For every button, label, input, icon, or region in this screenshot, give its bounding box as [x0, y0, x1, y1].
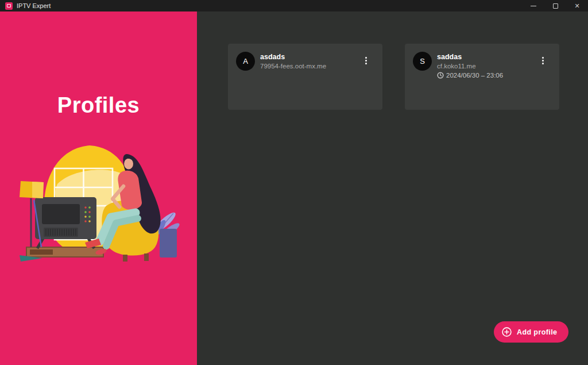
- profile-menu-button[interactable]: [540, 55, 546, 66]
- profile-card[interactable]: S saddas cf.koko11.me 2024/06/30 – 23:06: [405, 44, 559, 110]
- avatar: A: [236, 52, 255, 71]
- maximize-icon: [553, 3, 558, 9]
- profile-menu-button[interactable]: [363, 55, 369, 66]
- maximize-button[interactable]: [544, 0, 566, 11]
- profile-server: 79954-fees.oot-mx.me: [260, 63, 326, 70]
- add-profile-button[interactable]: Add profile: [494, 321, 568, 343]
- page-title: Profiles: [0, 93, 197, 118]
- main-content: A asdads 79954-fees.oot-mx.me S saddas c…: [197, 11, 588, 365]
- kebab-menu-icon: [542, 57, 544, 59]
- profile-info: saddas cf.koko11.me 2024/06/30 – 23:06: [437, 52, 503, 79]
- sidebar: Profiles: [0, 11, 197, 365]
- profile-info: asdads 79954-fees.oot-mx.me: [260, 52, 326, 70]
- titlebar: IPTV Expert ✕: [0, 0, 588, 11]
- profile-name: asdads: [260, 53, 326, 61]
- close-icon: ✕: [574, 3, 579, 9]
- woman-watching-tv-illustration: [10, 143, 183, 264]
- profile-name: saddas: [437, 53, 503, 61]
- profile-card[interactable]: A asdads 79954-fees.oot-mx.me: [228, 44, 382, 110]
- add-profile-label: Add profile: [517, 328, 557, 336]
- kebab-menu-icon: [365, 57, 367, 59]
- profile-card-header: A asdads 79954-fees.oot-mx.me: [236, 52, 374, 71]
- minimize-icon: [531, 6, 536, 6]
- profile-server: cf.koko11.me: [437, 63, 503, 70]
- minimize-button[interactable]: [523, 0, 544, 11]
- tv-glyph: [7, 4, 11, 7]
- profile-last-used: 2024/06/30 – 23:06: [437, 72, 503, 79]
- window-controls: ✕: [523, 0, 588, 11]
- profile-card-header: S saddas cf.koko11.me 2024/06/30 – 23:06: [413, 52, 551, 79]
- plus-circle-icon: [502, 327, 512, 337]
- avatar: S: [413, 52, 432, 71]
- app-logo-icon: [5, 2, 13, 10]
- window-title: IPTV Expert: [17, 0, 51, 11]
- clock-icon: [437, 72, 444, 79]
- last-used-text: 2024/06/30 – 23:06: [446, 72, 503, 79]
- close-button[interactable]: ✕: [566, 0, 588, 11]
